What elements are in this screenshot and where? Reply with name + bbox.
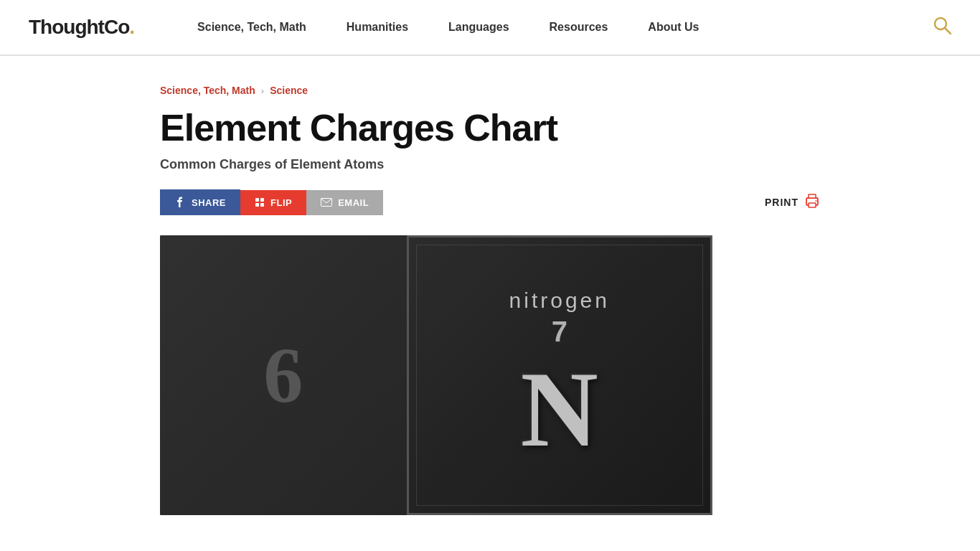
logo-dot: . [129,16,134,38]
svg-line-1 [945,28,951,34]
svg-rect-4 [255,203,259,207]
share-email-label: EMAIL [338,197,369,208]
nav-item-resources[interactable]: Resources [529,0,628,55]
element-name: nitrogen [509,288,610,313]
breadcrumb-current[interactable]: Science [270,85,308,96]
share-bar: SHARE FLIP EMAIL PRINT [160,189,820,215]
article-title: Element Charges Chart [160,108,820,149]
svg-rect-2 [255,198,259,202]
share-flip-label: FLIP [270,197,292,208]
breadcrumb-separator: › [261,85,264,96]
nav-item-science[interactable]: Science, Tech, Math [177,0,326,55]
article-subtitle: Common Charges of Element Atoms [160,157,820,172]
svg-rect-3 [260,198,264,202]
main-nav: Science, Tech, Math Humanities Languages… [177,0,933,55]
site-logo[interactable]: ThoughtCo. [29,16,134,39]
nav-item-languages[interactable]: Languages [428,0,529,55]
share-flip-button[interactable]: FLIP [240,190,306,215]
search-icon[interactable] [933,16,951,39]
print-label: PRINT [765,197,798,208]
main-content: Science, Tech, Math › Science Element Ch… [131,56,849,515]
hero-image: 6 nitrogen 7 N [160,235,712,515]
share-email-button[interactable]: EMAIL [306,190,383,215]
svg-rect-9 [809,194,816,198]
breadcrumb-parent[interactable]: Science, Tech, Math [160,85,255,96]
element-number: 7 [552,316,567,348]
nav-item-about[interactable]: About Us [628,0,719,55]
element-symbol: N [521,355,598,463]
nav-item-humanities[interactable]: Humanities [326,0,428,55]
print-icon [804,194,820,212]
element-card-left: 6 [160,235,409,515]
share-facebook-button[interactable]: SHARE [160,189,240,215]
svg-point-10 [816,200,817,202]
element-card-nitrogen: nitrogen 7 N [409,235,713,515]
breadcrumb: Science, Tech, Math › Science [160,85,820,96]
print-button[interactable]: PRINT [765,194,820,212]
site-header: ThoughtCo. Science, Tech, Math Humanitie… [0,0,980,56]
svg-rect-5 [260,203,264,207]
svg-rect-8 [809,203,816,207]
share-facebook-label: SHARE [192,197,226,208]
element-left-number: 6 [263,336,303,415]
logo-text: ThoughtCo [29,16,129,38]
